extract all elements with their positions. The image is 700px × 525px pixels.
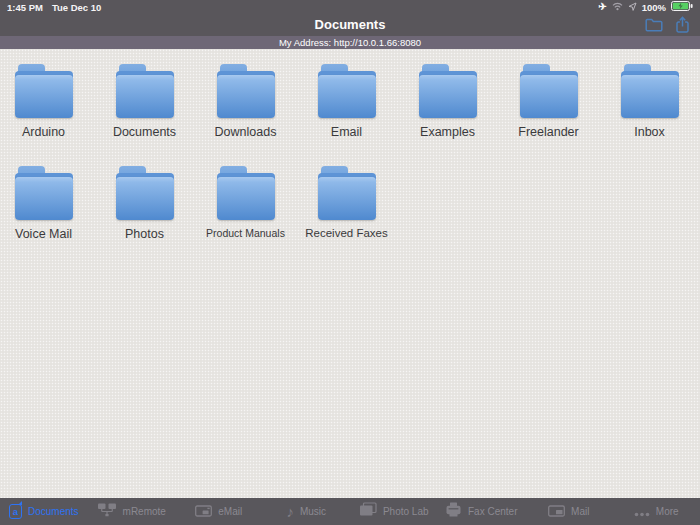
folder-label: Downloads [215, 125, 277, 139]
folder-label: Freelander [518, 125, 578, 139]
tab-music[interactable]: ♪ Music [263, 498, 351, 525]
documents-app-icon: a [9, 504, 22, 519]
music-note-icon: ♪ [286, 504, 294, 519]
new-folder-icon [644, 17, 664, 36]
folder-label: Received Faxes [305, 227, 387, 239]
status-bar: 1:45 PM Tue Dec 10 ✈ 100% [0, 0, 700, 14]
folder-icon [621, 64, 679, 118]
folder-label: Voice Mail [15, 227, 72, 241]
tab-mremote[interactable]: mRemote [88, 498, 176, 525]
folder-icon [520, 64, 578, 118]
tab-email[interactable]: eMail [175, 498, 263, 525]
share-icon [675, 16, 690, 37]
battery-icon [671, 1, 693, 13]
email-icon [195, 503, 212, 521]
folder-item-documents[interactable]: Documents [94, 64, 195, 166]
folder-icon [419, 64, 477, 118]
address-text: My Address: http://10.0.1.66:8080 [279, 37, 421, 48]
nav-bar: Documents [0, 14, 700, 36]
battery-percent: 100% [642, 2, 666, 13]
folder-item-email[interactable]: Email [296, 64, 397, 166]
tab-bar: a Documents mRemote eMail ♪ Music Photo … [0, 498, 700, 525]
folder-item-examples[interactable]: Examples [397, 64, 498, 166]
wifi-icon [612, 2, 623, 13]
folder-icon [318, 64, 376, 118]
folder-label: Inbox [634, 125, 665, 139]
folder-icon [116, 64, 174, 118]
folder-icon [217, 166, 275, 220]
tab-fax-center[interactable]: Fax Center [438, 498, 526, 525]
ipad-screen: 1:45 PM Tue Dec 10 ✈ 100% Documents [0, 0, 700, 525]
folder-item-photos[interactable]: Photos [94, 166, 195, 268]
mail-envelope-icon [548, 503, 565, 521]
folder-item-freelander[interactable]: Freelander [498, 64, 599, 166]
new-folder-button[interactable] [644, 17, 664, 36]
folder-icon [15, 64, 73, 118]
folder-label: Documents [113, 125, 176, 139]
content-area: Arduino Documents Downloads Email Exampl… [0, 49, 700, 498]
more-dots-icon [634, 503, 650, 521]
tab-photo-lab[interactable]: Photo Lab [350, 498, 438, 525]
folder-icon [318, 166, 376, 220]
share-button[interactable] [675, 16, 690, 37]
folder-item-inbox[interactable]: Inbox [599, 64, 700, 166]
page-title: Documents [0, 17, 700, 32]
folder-label: Product Manuals [206, 227, 285, 239]
address-bar: My Address: http://10.0.1.66:8080 [0, 36, 700, 49]
file-grid: Arduino Documents Downloads Email Exampl… [0, 49, 700, 268]
airplane-icon: ✈ [598, 2, 606, 12]
tab-mail[interactable]: Mail [525, 498, 613, 525]
folder-item-received-faxes[interactable]: Received Faxes [296, 166, 397, 268]
folder-icon [217, 64, 275, 118]
tab-more[interactable]: More [613, 498, 700, 525]
status-time: 1:45 PM [7, 2, 43, 13]
folder-item-voice-mail[interactable]: Voice Mail [0, 166, 94, 268]
folder-label: Photos [125, 227, 164, 241]
folder-item-downloads[interactable]: Downloads [195, 64, 296, 166]
tab-documents[interactable]: a Documents [0, 498, 88, 525]
folder-label: Arduino [22, 125, 65, 139]
folder-item-product-manuals[interactable]: Product Manuals [195, 166, 296, 268]
folder-icon [116, 166, 174, 220]
folder-item-arduino[interactable]: Arduino [0, 64, 94, 166]
fax-machine-icon [445, 502, 462, 521]
status-date: Tue Dec 10 [52, 2, 101, 13]
folder-icon [15, 166, 73, 220]
folder-label: Examples [420, 125, 475, 139]
remote-desktop-icon [97, 503, 117, 521]
location-arrow-icon [628, 2, 637, 13]
photos-stack-icon [359, 502, 377, 521]
folder-label: Email [331, 125, 362, 139]
